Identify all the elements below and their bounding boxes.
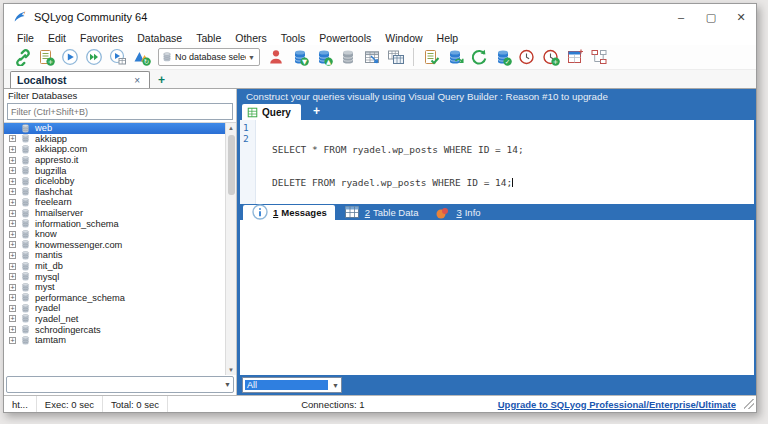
app-window: SQLyog Community 64 – ▢ ✕ FileEditFavori… (3, 3, 757, 413)
upgrade-link[interactable]: Upgrade to SQLyog Professional/Enterpris… (498, 399, 740, 410)
scrollbar-thumb[interactable] (228, 135, 235, 195)
expand-icon[interactable]: + (9, 146, 16, 153)
maximize-button[interactable]: ▢ (696, 4, 726, 30)
expand-icon[interactable]: + (9, 157, 16, 164)
database-tree-item[interactable]: + mysql (4, 271, 225, 282)
expand-icon[interactable]: + (9, 231, 16, 238)
sync-database-icon[interactable] (443, 47, 467, 67)
expand-icon[interactable]: + (9, 315, 16, 322)
close-button[interactable]: ✕ (726, 4, 756, 30)
export-database-icon[interactable]: ▲ (312, 47, 336, 67)
results-tab[interactable]: 2 Table Data (335, 205, 427, 220)
tree-scrollbar[interactable]: ▲ ▼ (225, 123, 236, 375)
expand-icon[interactable]: + (9, 188, 16, 195)
expand-icon[interactable]: + (9, 326, 16, 333)
database-tree-item[interactable]: + ryadel (4, 303, 225, 314)
database-tree-item[interactable]: + mantis (4, 250, 225, 261)
sql-code[interactable]: SELECT * FROM ryadel.wp_posts WHERE ID =… (256, 120, 524, 204)
database-tree-item[interactable]: + appresto.it (4, 155, 225, 166)
menu-item[interactable]: Window (378, 32, 429, 44)
expand-icon[interactable]: + (9, 220, 16, 227)
results-tab[interactable]: 3 Info (426, 205, 488, 220)
new-query-editor-icon[interactable]: + (34, 47, 58, 67)
database-tree-item[interactable]: + performance_schema (4, 293, 225, 304)
database-tree-item[interactable]: + myst (4, 282, 225, 293)
schema-designer-icon[interactable] (587, 47, 611, 67)
query-formatter-icon[interactable] (419, 47, 443, 67)
toolbar-separator[interactable] (413, 48, 414, 66)
database-tree-item[interactable]: + akkiapp.com (4, 144, 225, 155)
database-name: mantis (35, 250, 62, 260)
menu-item[interactable]: Edit (41, 32, 73, 44)
menu-item[interactable]: Database (130, 32, 189, 44)
menu-item[interactable]: Tools (274, 32, 313, 44)
new-connection-tab-button[interactable]: + (150, 73, 173, 88)
user-manager-icon[interactable] (264, 47, 288, 67)
database-tree-item[interactable]: + schrodingercats (4, 324, 225, 335)
messages-filter-combo[interactable]: All ▼ (242, 377, 342, 393)
expand-icon[interactable]: + (9, 199, 16, 206)
database-tree-item[interactable]: + information_schema (4, 218, 225, 229)
table-window-icon[interactable] (563, 47, 587, 67)
database-tree-item[interactable]: + know (4, 229, 225, 240)
expand-icon[interactable]: + (9, 337, 16, 344)
database-tree-item[interactable]: + hmailserver (4, 208, 225, 219)
menu-item[interactable]: Help (430, 32, 466, 44)
database-tree-item[interactable]: + tamtam (4, 335, 225, 346)
expand-icon[interactable]: + (9, 284, 16, 291)
close-tab-icon[interactable]: × (131, 75, 143, 86)
resize-grip[interactable] (744, 399, 754, 409)
backup-database-icon[interactable]: ✓ (491, 47, 515, 67)
expand-icon[interactable]: + (9, 241, 16, 248)
expand-icon[interactable]: + (9, 252, 16, 259)
menu-item[interactable]: Table (189, 32, 228, 44)
database-tree-item[interactable]: + dicelobby (4, 176, 225, 187)
menu-item[interactable]: Favorites (73, 32, 130, 44)
database-name: freelearn (35, 197, 72, 207)
database-tree-item[interactable]: + freelearn (4, 197, 225, 208)
minimize-button[interactable]: – (666, 4, 696, 30)
import-database-icon[interactable]: ▼ (288, 47, 312, 67)
expand-icon[interactable]: + (9, 263, 16, 270)
sql-editor[interactable]: 1 2 SELECT * FROM ryadel.wp_posts WHERE … (240, 120, 754, 204)
database-selector[interactable]: No database selected ▼ (158, 48, 260, 66)
copy-table-icon[interactable] (360, 47, 384, 67)
database-tree-item[interactable]: + mit_db (4, 261, 225, 272)
database-name: dicelobby (35, 176, 74, 186)
results-tab[interactable]: 1 Messages (243, 205, 335, 220)
new-query-tab-button[interactable]: + (301, 104, 332, 120)
database-tree-item[interactable]: + bugzilla (4, 165, 225, 176)
execute-for-edit-icon[interactable] (106, 47, 130, 67)
expand-icon[interactable]: + (9, 210, 16, 217)
expand-icon[interactable]: + (9, 167, 16, 174)
visual-data-compare-icon[interactable]: ↻ (130, 47, 154, 67)
database-tree-item[interactable]: + web (4, 123, 225, 134)
execute-query-icon[interactable] (58, 47, 82, 67)
tab-query[interactable]: Query (242, 104, 301, 120)
refresh-icon[interactable] (467, 47, 491, 67)
expand-icon[interactable]: + (9, 305, 16, 312)
copy-database-icon[interactable] (384, 47, 408, 67)
tab-localhost[interactable]: Localhost × (10, 71, 150, 88)
database-tree-item[interactable]: + akkiapp (4, 134, 225, 145)
filter-databases-input[interactable] (8, 107, 232, 117)
database-tree-item[interactable]: + ryadel_net (4, 314, 225, 325)
scroll-up-icon[interactable]: ▲ (228, 123, 234, 133)
expand-icon[interactable]: + (9, 135, 16, 142)
new-connection-icon[interactable] (10, 47, 34, 67)
menu-item[interactable]: Powertools (312, 32, 378, 44)
menu-item[interactable]: File (10, 32, 41, 44)
expand-icon[interactable]: + (9, 294, 16, 301)
database-name: akkiapp.com (35, 144, 87, 154)
database-stack-icon[interactable] (336, 47, 360, 67)
scroll-down-icon[interactable]: ▼ (228, 365, 234, 375)
menu-item[interactable]: Others (228, 32, 274, 44)
expand-icon[interactable]: + (9, 273, 16, 280)
sidebar-bottom-combo[interactable]: ▼ (6, 376, 234, 393)
expand-icon[interactable]: + (9, 178, 16, 185)
history-icon[interactable] (515, 47, 539, 67)
database-tree-item[interactable]: + flashchat (4, 187, 225, 198)
execute-all-queries-icon[interactable] (82, 47, 106, 67)
scheduled-backup-icon[interactable]: + (539, 47, 563, 67)
database-tree-item[interactable]: + knowmessenger.com (4, 240, 225, 251)
